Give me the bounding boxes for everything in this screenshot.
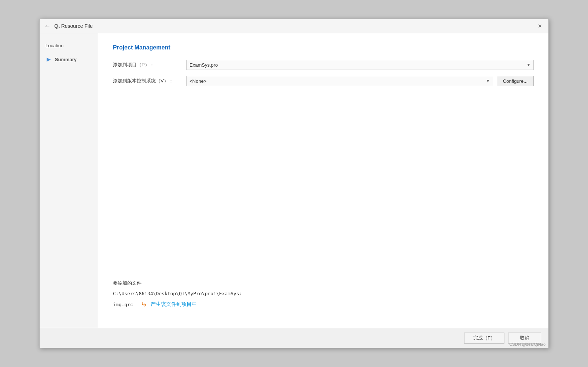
sidebar-item-label-location: Location — [45, 43, 63, 48]
dialog-title: Qt Resource File — [54, 23, 93, 29]
vcs-form-row: 添加到版本控制系统（V）： <None> ▼ Configure... — [113, 76, 534, 86]
sidebar-item-location[interactable]: Location — [40, 41, 98, 51]
section-title: Project Management — [113, 44, 534, 51]
file-item-row: img.qrc ⤶ 产生该文件到项目中 — [113, 299, 534, 309]
sidebar-item-summary[interactable]: ► Summary — [40, 53, 98, 66]
sidebar: Location ► Summary — [40, 33, 98, 328]
configure-button[interactable]: Configure... — [497, 76, 534, 86]
file-name: img.qrc — [113, 302, 133, 307]
dialog: ← Qt Resource File × Location ► Summary … — [39, 19, 549, 348]
arrow-annotation: ⤶ 产生该文件到项目中 — [140, 299, 197, 309]
project-control-wrapper: ExamSys.pro ▼ — [186, 60, 534, 70]
project-form-row: 添加到项目（P）： ExamSys.pro ▼ — [113, 60, 534, 70]
vcs-label: 添加到版本控制系统（V）： — [113, 78, 186, 84]
project-select-wrapper: ExamSys.pro ▼ — [186, 60, 534, 70]
finish-button[interactable]: 完成（F） — [464, 333, 504, 344]
active-arrow-icon: ► — [45, 56, 52, 63]
main-content: Project Management 添加到项目（P）： ExamSys.pro… — [98, 33, 548, 328]
back-arrow-icon[interactable]: ← — [44, 22, 51, 30]
watermark: CSDN @dearQiHao — [509, 342, 545, 346]
files-section: 要添加的文件 C:\Users\86134\Desktop\QT\MyPro\p… — [113, 280, 534, 317]
annotation-text: 产生该文件到项目中 — [151, 301, 197, 308]
project-label: 添加到项目（P）： — [113, 62, 186, 68]
vcs-control-wrapper: <None> ▼ Configure... — [186, 76, 534, 86]
vcs-select[interactable]: <None> — [186, 76, 493, 86]
sidebar-item-label-summary: Summary — [55, 57, 77, 62]
curved-arrow-icon: ⤶ — [140, 299, 148, 309]
title-bar-left: ← Qt Resource File — [44, 22, 93, 30]
dialog-footer: 完成（F） 取消 — [40, 328, 548, 348]
dialog-body: Location ► Summary Project Management 添加… — [40, 33, 548, 328]
title-bar: ← Qt Resource File × — [40, 19, 548, 33]
files-heading: 要添加的文件 — [113, 280, 534, 286]
close-button[interactable]: × — [536, 22, 544, 30]
file-path: C:\Users\86134\Desktop\QT\MyPro\pro1\Exa… — [113, 291, 534, 296]
project-select[interactable]: ExamSys.pro — [186, 60, 534, 70]
vcs-select-wrapper: <None> ▼ — [186, 76, 493, 86]
